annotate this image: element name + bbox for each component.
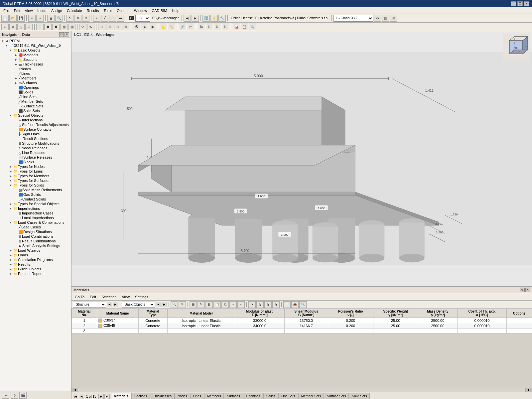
tree-lines[interactable]: ╱ Lines [0, 71, 71, 76]
tree-special-objects[interactable]: ▼ 📁 Special Objects [0, 113, 71, 118]
tb2-btn28[interactable]: 📋 [241, 24, 248, 30]
tab-prev-btn[interactable]: ◀ [79, 394, 84, 399]
tb2-btn2[interactable]: ⊗ [9, 24, 17, 30]
tab-openings[interactable]: Openings [243, 393, 263, 399]
col-poisson[interactable]: Poisson's Ratiov [-] [328, 309, 373, 318]
tree-blocks[interactable]: 🟦 Blocks [0, 160, 71, 164]
menu-help[interactable]: Help [170, 8, 182, 13]
tree-types-members[interactable]: ▶ 📁 Types for Members [0, 174, 71, 178]
tree-types-solids[interactable]: ▼ 📁 Types for Solids [0, 183, 71, 188]
print-button[interactable]: 🖨 [47, 15, 55, 22]
menu-assign[interactable]: Assign [49, 8, 64, 13]
tb2-btn25[interactable]: f₂ [214, 24, 221, 30]
cell-name-2[interactable]: C35/45 [97, 323, 138, 329]
mat-tb-btn15[interactable]: 📤 [291, 301, 299, 308]
tree-nodes[interactable]: • Nodes [0, 66, 71, 71]
mat-filter-dropdown[interactable]: Structure [73, 302, 106, 308]
tree-gas-solids[interactable]: 🟦 Gas Solids [0, 192, 71, 197]
tb2-btn26[interactable]: f₃ [222, 24, 229, 30]
nav-bottom-btn1[interactable]: 🖱 [2, 392, 9, 399]
tb2-btn9[interactable]: ▥ [68, 24, 75, 30]
new-button[interactable]: 📄 [1, 15, 9, 22]
tree-structure-mods[interactable]: ⊞ Structure Modifications [0, 141, 71, 146]
tree-types-surfaces[interactable]: ▼ 📁 Types for Surfaces [0, 178, 71, 183]
mat-tb-btn1[interactable]: 🔍 [171, 301, 178, 308]
tb2-btn6[interactable]: ⬢ [44, 24, 52, 30]
tree-solids[interactable]: ⬛ Solids [0, 90, 71, 94]
mat-tb-btn9[interactable]: ← [237, 301, 245, 308]
tree-calc-diagrams[interactable]: ▶ 📁 Calculation Diagrams [0, 257, 71, 262]
tree-printout-reports[interactable]: ▶ 📁 Printout Reports [0, 271, 71, 276]
tab-last-btn[interactable]: ▶| [104, 394, 110, 399]
tree-nodal-releases[interactable]: Y Nodal Releases [0, 146, 71, 150]
mat-tb-btn13[interactable]: f₃ [272, 301, 280, 308]
cell-name-1[interactable]: C30/37 [97, 318, 138, 323]
restore-button[interactable]: ❐ [517, 1, 523, 6]
col-mat-type[interactable]: MaterialType [138, 309, 167, 318]
menu-calculate[interactable]: Calculate [65, 8, 84, 13]
tree-rigid-links[interactable]: ╟ Rigid Links [0, 132, 71, 136]
lc-dropdown[interactable]: LC1 [135, 15, 150, 22]
tb2-btn17[interactable]: ◈ [141, 24, 148, 30]
tree-result-sections[interactable]: — Result Sections [0, 136, 71, 141]
tab-next-btn[interactable]: ▶ [98, 394, 104, 399]
cell-opt-1[interactable] [507, 318, 532, 323]
menu-file[interactable]: File [1, 8, 11, 13]
menu-tools[interactable]: Tools [101, 8, 114, 13]
tb-extra2[interactable]: ⊞ [390, 15, 397, 22]
tb2-btn27[interactable]: 📊 [233, 24, 240, 30]
tb2-btn19[interactable]: 📐 [160, 24, 167, 30]
tree-solid-sets[interactable]: ⬛ Solid Sets [0, 108, 71, 113]
line-button[interactable]: ╱ [101, 15, 108, 22]
tree-surface-sets[interactable]: ▭ Surface Sets [0, 104, 71, 108]
tree-intersections[interactable]: ✂ Intersections [0, 118, 71, 122]
tab-surfaces[interactable]: Surfaces [224, 393, 243, 399]
mat-filter2-prev[interactable]: ◀ [156, 302, 161, 307]
node-button[interactable]: • [93, 15, 100, 22]
mat-tb-btn5[interactable]: 🗑 [205, 301, 213, 308]
col-coeff-th-exp[interactable]: Coeff. of Th. Exp.α [1/°C] [458, 309, 507, 318]
close-button[interactable]: ✕ [524, 1, 529, 6]
col-specific-weight[interactable]: Specific Weightγ [kN/m³] [373, 309, 418, 318]
nav-bottom-btn3[interactable]: 🎬 [19, 392, 27, 399]
tb2-btn23[interactable]: fx [198, 24, 205, 30]
table-row[interactable]: 1 C30/37 Concrete Isotropic | Linear Ela… [72, 318, 532, 323]
cell-name-3[interactable] [97, 329, 138, 333]
tb2-btn16[interactable]: ⦿ [133, 24, 140, 30]
tb2-btn13[interactable]: ⊞ [106, 24, 113, 30]
horizontal-scrollbar[interactable] [78, 388, 525, 392]
tree-contact-solids[interactable]: ▭ Contact Solids [0, 197, 71, 201]
tb2-btn5[interactable]: ⬡ [36, 24, 44, 30]
tree-guide-objects[interactable]: ▶ 📁 Guide Objects [0, 267, 71, 271]
nav-btn2[interactable]: ⚡ [210, 15, 218, 22]
tb2-btn11[interactable]: ⟲ [87, 24, 94, 30]
tab-solid-sets[interactable]: Solid Sets [349, 393, 370, 399]
table-row[interactable]: 2 C35/45 Concrete Isotropic | Linear Ela… [72, 323, 532, 329]
tab-members[interactable]: Members [204, 393, 224, 399]
scroll-left-btn[interactable]: ◀ [71, 388, 78, 392]
menu-results[interactable]: Results [85, 8, 101, 13]
col-mat-model[interactable]: Material Model [167, 309, 235, 318]
tb2-btn12[interactable]: ⊡ [98, 24, 105, 30]
tab-line-sets[interactable]: Line Sets [278, 393, 298, 399]
3d-cube-navigator[interactable]: Top R F [503, 34, 529, 61]
tree-openings[interactable]: 🟦 Openings [0, 85, 71, 90]
select-button[interactable]: ↖ [66, 15, 73, 22]
tree-design-situations[interactable]: 🟧 Design Situations [0, 229, 71, 234]
tree-load-combos[interactable]: ▼ 📁 Load Cases & Combinations [0, 220, 71, 225]
col-options[interactable]: Options [507, 309, 532, 318]
tree-project[interactable]: ▼ 📄 38219-611-WL_West_Achse_10_Brunnen.r… [0, 43, 71, 48]
mat-tb-btn8[interactable]: → [229, 301, 237, 308]
tab-sections[interactable]: Sections [131, 393, 150, 399]
zoom-button[interactable]: 🔍 [55, 15, 63, 22]
tb2-btn22[interactable]: ✂ [187, 24, 194, 30]
tab-member-sets[interactable]: Member Sets [298, 393, 324, 399]
mat-filter2-dropdown[interactable]: Basic Objects [122, 302, 155, 308]
menu-insert[interactable]: Insert [35, 8, 49, 13]
tree-surface-results-adj[interactable]: △ Surface Results Adjustments [0, 122, 71, 127]
mat-menu-settings[interactable]: Settings [133, 294, 150, 300]
tree-static-analysis[interactable]: ⚙ Static Analysis Settings [0, 243, 71, 248]
tree-surface-releases[interactable]: ⬜ Surface Releases [0, 155, 71, 160]
tree-sections[interactable]: ▶ 📐 Sections [0, 57, 71, 62]
tree-load-cases[interactable]: ╱ Load Cases [0, 225, 71, 229]
